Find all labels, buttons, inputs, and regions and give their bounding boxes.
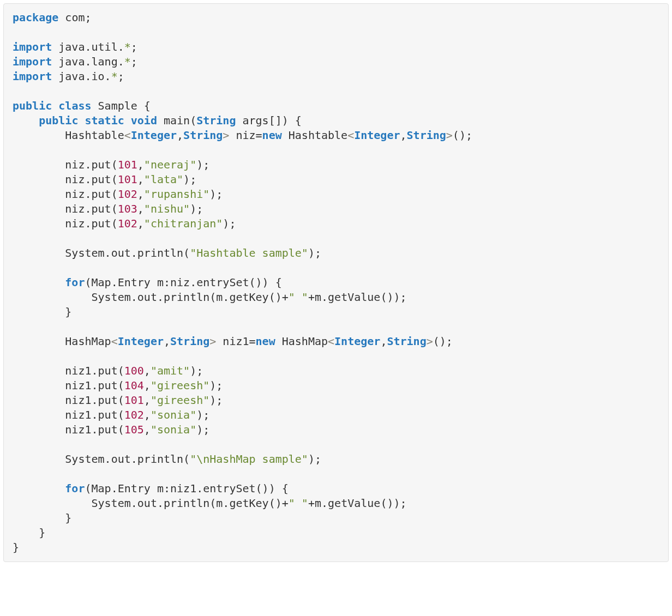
code-token: . bbox=[105, 70, 111, 83]
code-token: ( bbox=[209, 291, 216, 304]
code-token: ); bbox=[209, 394, 223, 407]
code-token: " " bbox=[289, 497, 308, 510]
code-token: . bbox=[196, 482, 203, 495]
code-token: . bbox=[85, 217, 91, 230]
code-content: package com; import java.util.*; import … bbox=[13, 11, 472, 554]
code-token bbox=[289, 114, 295, 127]
code-token: String bbox=[196, 114, 236, 127]
code-token: ( bbox=[111, 217, 118, 230]
code-token: Hashtable bbox=[282, 129, 347, 142]
code-token: Integer bbox=[354, 129, 400, 142]
code-token bbox=[275, 482, 282, 495]
code-token: } bbox=[65, 511, 71, 524]
code-token: class bbox=[58, 99, 91, 112]
code-token: Map bbox=[92, 276, 111, 289]
code-token: "chitranjan" bbox=[144, 217, 223, 230]
code-token: > bbox=[209, 335, 216, 348]
code-token: < bbox=[111, 335, 118, 348]
code-token: System bbox=[13, 246, 105, 259]
code-token: Integer bbox=[334, 335, 380, 348]
code-token: ); bbox=[190, 364, 203, 377]
code-token: put bbox=[92, 158, 111, 171]
code-token: java bbox=[52, 40, 85, 53]
code-token: getKey bbox=[229, 497, 268, 510]
code-token: " " bbox=[289, 291, 308, 304]
code-token: String bbox=[407, 129, 446, 142]
code-token: import bbox=[13, 70, 52, 83]
code-token: out bbox=[137, 291, 157, 304]
code-token: main bbox=[157, 114, 190, 127]
code-token: > bbox=[223, 129, 229, 142]
code-token bbox=[52, 99, 58, 112]
code-token: niz bbox=[13, 188, 85, 201]
code-token: 105 bbox=[124, 423, 144, 436]
code-token: ); bbox=[209, 188, 223, 201]
code-token: , bbox=[144, 379, 151, 392]
code-token: . bbox=[111, 276, 118, 289]
code-token bbox=[13, 114, 39, 127]
code-token: . bbox=[321, 497, 328, 510]
code-token: put bbox=[98, 364, 118, 377]
code-token: Hashtable bbox=[13, 129, 124, 142]
code-token: ( bbox=[190, 114, 196, 127]
code-token: > bbox=[427, 335, 433, 348]
code-token: lang bbox=[92, 55, 118, 68]
code-token: . bbox=[118, 55, 124, 68]
code-token: public bbox=[39, 114, 78, 127]
code-token: out bbox=[137, 497, 157, 510]
code-token: public bbox=[13, 99, 52, 112]
code-token: niz bbox=[170, 276, 190, 289]
code-token: "neeraj" bbox=[144, 158, 196, 171]
code-token: , bbox=[177, 129, 183, 142]
code-token: { bbox=[295, 114, 302, 127]
code-token: ( bbox=[111, 158, 118, 171]
code-token: getValue bbox=[328, 291, 380, 304]
code-token: . bbox=[131, 291, 137, 304]
code-token: put bbox=[98, 408, 118, 421]
code-token bbox=[269, 276, 275, 289]
code-token: , bbox=[380, 335, 387, 348]
code-token: out bbox=[111, 246, 131, 259]
code-token: = bbox=[249, 335, 256, 348]
code-token: HashMap bbox=[13, 335, 111, 348]
code-token: package bbox=[13, 11, 58, 24]
code-token: { bbox=[282, 482, 289, 495]
code-token: 100 bbox=[124, 364, 144, 377]
code-token: entrySet bbox=[203, 482, 255, 495]
code-token: niz1 bbox=[170, 482, 196, 495]
code-token: niz bbox=[229, 129, 255, 142]
code-token: , bbox=[400, 129, 407, 142]
code-token: ( bbox=[118, 423, 124, 436]
code-token: ( bbox=[183, 452, 190, 466]
code-token: Sample bbox=[92, 99, 144, 112]
code-token: for bbox=[65, 276, 85, 289]
code-token: ()); bbox=[380, 291, 406, 304]
code-token: . bbox=[92, 408, 98, 421]
code-token: . bbox=[85, 40, 91, 53]
code-token: niz1 bbox=[13, 394, 92, 407]
code-token: "amit" bbox=[151, 364, 190, 377]
code-token: ( bbox=[111, 173, 118, 186]
code-token: , bbox=[144, 394, 151, 407]
code-token bbox=[13, 276, 65, 289]
code-token: . bbox=[105, 246, 111, 259]
code-token: 101 bbox=[118, 173, 137, 186]
code-token: , bbox=[137, 173, 144, 186]
code-token: ( bbox=[111, 202, 118, 215]
code-token bbox=[13, 482, 65, 495]
code-token: . bbox=[85, 70, 91, 83]
code-token: ( bbox=[118, 379, 124, 392]
code-token: for bbox=[65, 482, 85, 495]
code-token: void bbox=[131, 114, 157, 127]
code-token: ( bbox=[209, 497, 216, 510]
code-token: . bbox=[131, 452, 137, 466]
code-token: ); bbox=[183, 173, 196, 186]
code-token: ( bbox=[183, 246, 190, 259]
code-token: entrySet bbox=[196, 276, 249, 289]
code-token bbox=[13, 305, 65, 318]
code-token: m bbox=[315, 291, 321, 304]
code-token: ()+ bbox=[269, 291, 289, 304]
code-token: ()) bbox=[256, 482, 275, 495]
code-token: , bbox=[144, 408, 151, 421]
code-block: package com; import java.util.*; import … bbox=[3, 3, 669, 562]
